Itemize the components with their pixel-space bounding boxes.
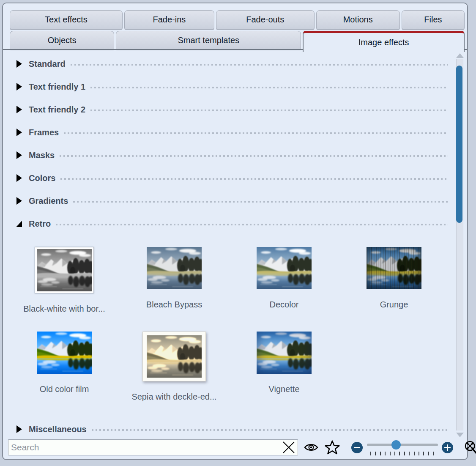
effect-thumbnail [35,247,94,293]
category-label: Colors [29,173,55,183]
category-miscellaneous[interactable]: Miscellaneous [3,418,467,441]
search-field-wrap [8,439,298,455]
tab-fade-ins[interactable]: Fade-ins [124,10,214,29]
effect-sepia-deckle-edge[interactable]: Sepia with deckle-ed... [119,332,229,416]
search-input[interactable] [8,439,298,455]
category-retro-expanded[interactable]: Retro [3,212,467,235]
effect-label: Vignette [268,384,299,394]
tab-bar: Text effects Fade-ins Fade-outs Motions … [3,3,467,50]
bottom-toolbar [8,438,464,457]
category-gradients[interactable]: Gradients [3,189,467,212]
effect-label: Decolor [270,299,299,310]
category-label: Masks [29,151,55,160]
tab-fade-outs[interactable]: Fade-outs [216,10,315,29]
dotted-leader [60,155,448,157]
template-browser-panel: Text effects Fade-ins Fade-outs Motions … [2,3,468,460]
category-text-friendly-2[interactable]: Text friendly 2 [3,98,467,121]
tab-label: Text effects [45,15,88,25]
effect-label: Grunge [380,299,408,310]
chevron-right-icon [16,60,22,68]
effect-thumbnail [257,247,312,289]
category-masks[interactable]: Masks [3,144,467,167]
slider-thumb[interactable] [391,440,401,450]
effects-list: Standard Text friendly 1 Text friendly 2… [3,49,467,441]
category-label: Miscellaneous [29,425,87,434]
slider-track[interactable] [367,444,438,446]
tab-label: Motions [343,15,373,25]
clear-x-icon [282,440,296,455]
plus-icon [447,444,448,451]
category-colors[interactable]: Colors [3,167,467,189]
category-standard[interactable]: Standard [3,52,467,75]
chevron-right-icon [16,106,22,113]
effect-thumbnail [367,247,421,289]
effect-black-white-with-border[interactable]: Black-white with bor... [9,247,119,332]
effect-decolor[interactable]: Decolor [229,247,339,332]
dotted-leader [71,64,448,66]
tab-row-2: Objects Smart templates Image effects [10,31,465,50]
chevron-right-icon [16,197,22,205]
favorites-button[interactable] [325,440,340,455]
zoom-out-button[interactable] [351,442,363,453]
tab-image-effects-active[interactable]: Image effects [303,31,465,52]
chevron-right-icon [16,425,22,433]
effect-thumbnail [142,332,206,381]
effect-label: Bleach Bypass [146,299,202,310]
category-label: Standard [29,59,66,69]
effect-label: Black-white with bor... [23,304,105,314]
tab-label: Image effects [358,38,409,47]
category-label: Frames [29,128,59,137]
tab-smart-templates[interactable]: Smart templates [116,31,301,50]
tab-motions[interactable]: Motions [316,10,400,29]
dotted-leader [56,224,448,225]
tab-label: Files [424,15,442,25]
category-label: Text friendly 2 [29,105,85,115]
category-text-friendly-1[interactable]: Text friendly 1 [3,75,467,98]
effect-label: Sepia with deckle-ed... [131,392,216,402]
chevron-right-icon [16,83,22,90]
minus-icon [354,447,360,448]
category-label: Retro [29,219,51,229]
tab-files[interactable]: Files [402,10,465,29]
dotted-leader [90,87,448,88]
tab-label: Fade-outs [246,15,284,25]
effect-vignette[interactable]: Vignette [229,332,339,416]
slider-ticks [370,452,435,455]
category-label: Gradients [29,196,68,206]
effect-thumbnail [37,332,92,374]
retro-effects-grid: Black-white with bor... Bleach Bypass De… [9,247,449,416]
chevron-right-icon [16,129,22,136]
tab-label: Smart templates [178,36,239,45]
dotted-leader [73,201,448,203]
eye-icon [304,442,318,453]
effect-label: Old color film [40,384,89,394]
effect-thumbnail [257,332,312,374]
dotted-leader [92,429,448,431]
tab-row-1: Text effects Fade-ins Fade-outs Motions … [10,10,465,29]
thumbnail-zoom-slider[interactable] [367,440,438,455]
effect-old-color-film[interactable]: Old color film [9,332,119,416]
chevron-right-icon [16,174,22,182]
zoom-in-button[interactable] [442,442,453,453]
effect-bleach-bypass[interactable]: Bleach Bypass [119,247,229,332]
chevron-right-icon [16,151,22,159]
tab-label: Fade-ins [153,15,186,25]
tab-objects[interactable]: Objects [10,31,114,50]
fit-zoom-button[interactable] [463,440,476,455]
dotted-leader [60,178,448,180]
star-icon [325,440,340,455]
effect-grunge[interactable]: Grunge [339,247,449,332]
clear-search-button[interactable] [281,441,297,454]
dotted-leader [90,110,448,111]
tab-text-effects[interactable]: Text effects [10,10,123,29]
empty-grid-cell [339,332,449,416]
effect-thumbnail [147,247,202,289]
tab-label: Objects [48,36,77,45]
category-label: Text friendly 1 [29,82,85,92]
chevron-expanded-icon [16,220,22,228]
category-frames[interactable]: Frames [3,121,467,144]
dotted-leader [64,132,448,134]
fit-zoom-icon [463,440,476,455]
preview-toggle-button[interactable] [304,442,318,453]
